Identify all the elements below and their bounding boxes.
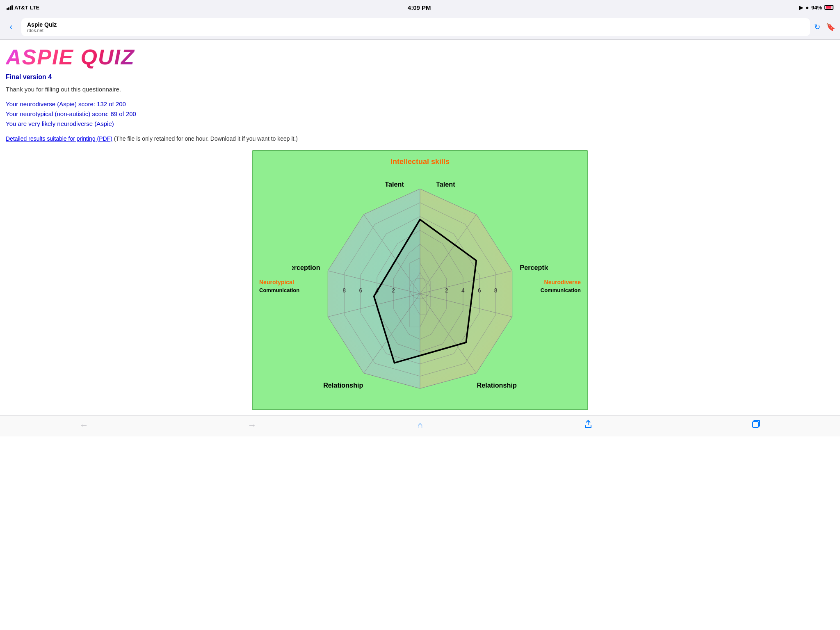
pdf-link[interactable]: Detailed results suitable for printing (…	[6, 135, 112, 142]
lock-icon: ●	[806, 5, 809, 11]
site-title: Aspie Quiz	[27, 21, 804, 28]
home-icon: ⌂	[417, 420, 422, 431]
share-icon	[584, 420, 593, 431]
communication-left-label: Communication	[259, 287, 299, 293]
signal-bars	[7, 5, 13, 10]
back-arrow-icon: ←	[80, 420, 89, 431]
communication-right-label: Communication	[541, 287, 581, 293]
page-content: ASPIE QUIZ Final version 4 Thank you for…	[0, 40, 840, 415]
scores-section: Your neurodiverse (Aspie) score: 132 of …	[6, 99, 834, 129]
status-right: ▶ ● 94%	[799, 5, 833, 11]
bottom-navigation: ← → ⌂	[0, 415, 840, 436]
tabs-icon	[751, 420, 760, 431]
battery-label: 94%	[811, 5, 822, 11]
site-url: rdos.net	[27, 28, 804, 33]
nav-back-button[interactable]: ←	[75, 420, 93, 431]
carrier-label: AT&T	[14, 5, 28, 11]
browser-icons: ↻ 🔖	[814, 23, 835, 32]
nav-share-button[interactable]	[579, 420, 597, 431]
svg-text:6: 6	[478, 288, 481, 294]
status-left: AT&T LTE	[7, 5, 39, 11]
version-label: Final version 4	[6, 73, 834, 81]
thank-you-text: Thank you for filling out this questionn…	[6, 86, 834, 93]
nav-home-button[interactable]: ⌂	[411, 420, 429, 431]
logo-area: ASPIE QUIZ	[6, 45, 834, 69]
battery-icon	[824, 5, 833, 10]
relationship-left-label: Relationship	[323, 381, 363, 389]
relationship-right-label: Relationship	[477, 381, 517, 389]
neurotypical-label: Neurotypical	[259, 279, 294, 285]
chart-title: Intellectual skills	[259, 158, 581, 166]
location-icon: ▶	[799, 5, 803, 11]
radar-chart: 8 6 4 2 2 4 6 8 Talent Talent Perception…	[292, 173, 548, 399]
nav-tabs-button[interactable]	[747, 420, 765, 431]
talent-top-right-label: Talent	[436, 180, 455, 188]
reload-button[interactable]: ↻	[814, 23, 820, 32]
svg-text:8: 8	[494, 288, 498, 294]
pdf-section: Detailed results suitable for printing (…	[6, 135, 834, 142]
svg-rect-25	[753, 422, 758, 427]
network-type: LTE	[30, 5, 40, 11]
aspie-quiz-logo: ASPIE QUIZ	[6, 45, 135, 69]
bookmark-button[interactable]: 🔖	[826, 23, 835, 32]
neurodiverse-label: Neurodiverse	[544, 279, 581, 285]
verdict-text: You are very likely neurodiverse (Aspie)	[6, 119, 834, 129]
status-bar: AT&T LTE 4:09 PM ▶ ● 94%	[0, 0, 840, 15]
status-time: 4:09 PM	[408, 4, 431, 11]
pdf-note: (The file is only retained for one hour.…	[114, 135, 298, 142]
talent-top-left-label: Talent	[385, 180, 404, 188]
forward-arrow-icon: →	[247, 420, 256, 431]
address-bar[interactable]: Aspie Quiz rdos.net	[21, 18, 810, 36]
svg-text:6: 6	[359, 288, 362, 294]
browser-chrome: ‹ Aspie Quiz rdos.net ↻ 🔖	[0, 15, 840, 40]
nav-forward-button[interactable]: →	[243, 420, 261, 431]
chart-container: Intellectual skills Neurotypical Communi…	[252, 150, 588, 410]
browser-back-button[interactable]: ‹	[5, 22, 17, 32]
neurodiverse-score: Your neurodiverse (Aspie) score: 132 of …	[6, 99, 834, 109]
neurotypical-score: Your neurotypical (non-autistic) score: …	[6, 109, 834, 119]
svg-text:8: 8	[342, 288, 346, 294]
